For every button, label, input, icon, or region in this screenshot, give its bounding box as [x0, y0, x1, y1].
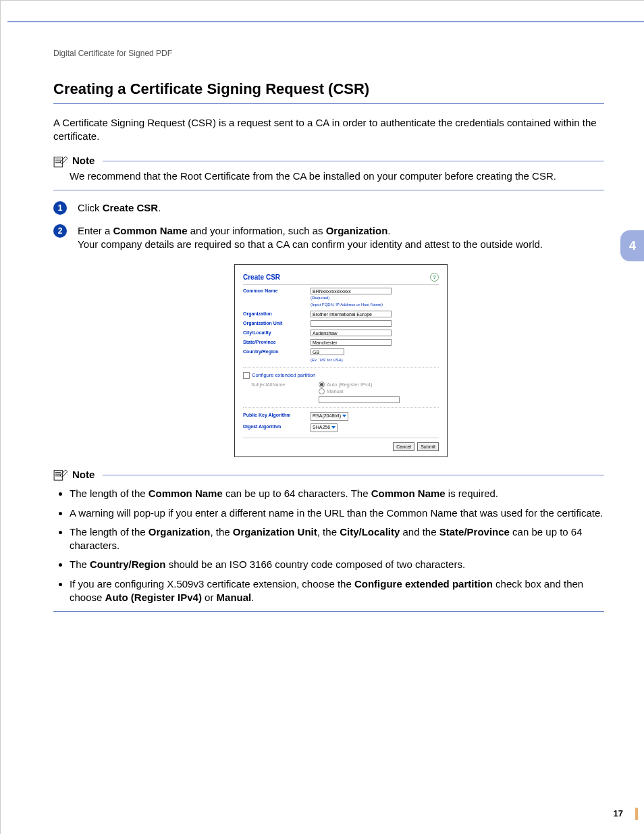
pka-label: Public Key Algorithm	[243, 412, 311, 418]
note-block-1: Note We recommend that the Root Certific…	[53, 154, 604, 190]
step1-post: .	[158, 202, 161, 213]
common-name-label: Common Name	[243, 288, 311, 294]
note-body: We recommend that the Root Certificate f…	[53, 170, 604, 183]
org-unit-input[interactable]	[311, 320, 392, 327]
common-name-input[interactable]: BRNxxxxxxxxxxxx	[311, 288, 392, 294]
page-title: Creating a Certificate Signing Request (…	[53, 79, 604, 104]
organization-label: Organization	[243, 311, 311, 317]
submit-button[interactable]: Submit	[417, 442, 439, 451]
ext-partition-label: Configure extended partition	[252, 372, 315, 378]
city-input[interactable]: Audenshaw	[311, 330, 392, 336]
digest-label: Digest Algorithm	[243, 423, 311, 429]
country-input[interactable]: GB	[311, 348, 344, 355]
bullet-3: The length of the Organization, the Orga…	[70, 525, 604, 553]
step2-b1: Common Name	[113, 225, 188, 236]
breadcrumb: Digital Certificate for Signed PDF	[53, 48, 604, 59]
content: Digital Certificate for Signed PDF Creat…	[1, 1, 644, 650]
page-number-bar	[635, 808, 638, 820]
note-rule	[103, 161, 604, 161]
san-label: SubjectAltName	[243, 382, 319, 388]
embedded-separator	[243, 367, 439, 368]
steps-list: Click Create CSR. Enter a Common Name an…	[53, 201, 604, 457]
svg-rect-0	[54, 157, 63, 166]
note2-bullets: The length of the Common Name can be up …	[53, 487, 604, 604]
step2-post: .	[387, 225, 390, 236]
common-name-hint2: (Input FQDN, IP Address or Host Name)	[311, 303, 383, 307]
note-rule	[103, 475, 604, 475]
ext-partition-checkbox[interactable]	[243, 372, 250, 379]
san-manual-input[interactable]	[319, 396, 400, 403]
bullet-1: The length of the Common Name can be up …	[70, 487, 604, 500]
bullet-5: If you are configuring X.509v3 certifica…	[70, 577, 604, 605]
city-label: City/Locality	[243, 330, 311, 336]
org-unit-label: Organization Unit	[243, 320, 311, 326]
embedded-separator-2	[243, 407, 439, 408]
note-icon	[53, 469, 68, 481]
note-label: Note	[72, 154, 95, 167]
top-rule	[7, 21, 644, 22]
step-1: Click Create CSR.	[53, 201, 604, 215]
san-manual-radio[interactable]	[319, 388, 325, 394]
embedded-title: Create CSR	[243, 273, 280, 282]
bullet-4: The Country/Region should be an ISO 3166…	[70, 558, 604, 571]
help-icon[interactable]: ?	[430, 273, 439, 282]
san-auto-radio[interactable]	[319, 382, 325, 388]
chapter-tab: 4	[620, 230, 644, 261]
common-name-hint1: (Required)	[311, 296, 329, 300]
note-bottom-rule	[53, 611, 604, 612]
country-hint: (Ex. 'US' for USA)	[311, 358, 343, 362]
organization-input[interactable]: Brother International Europe	[311, 311, 392, 317]
country-label: Country/Region	[243, 348, 311, 355]
note-bottom-rule	[53, 190, 604, 190]
page: Digital Certificate for Signed PDF Creat…	[0, 0, 644, 834]
state-label: State/Province	[243, 339, 311, 345]
state-input[interactable]: Manchester	[311, 339, 392, 346]
step2-mid: and your information, such as	[188, 225, 326, 236]
step2-b2: Organization	[326, 225, 388, 236]
note-icon	[53, 155, 68, 167]
note-label: Note	[72, 468, 95, 481]
step2-pre: Enter a	[78, 225, 113, 236]
san-manual-label: Manual	[327, 388, 344, 394]
page-number: 17	[614, 808, 623, 818]
bullet-2: A warning will pop-up if you enter a dif…	[70, 506, 604, 520]
step1-pre: Click	[78, 202, 103, 213]
svg-rect-4	[54, 471, 63, 480]
embedded-screenshot: Create CSR ? Common Name BRNxxxxxxxxxxxx…	[234, 264, 448, 457]
note-block-2: Note The length of the Common Name can b…	[53, 468, 604, 612]
step1-bold: Create CSR	[103, 202, 159, 213]
digest-select[interactable]: SHA256	[311, 423, 338, 432]
intro-text: A Certificate Signing Request (CSR) is a…	[53, 116, 604, 144]
step-2: Enter a Common Name and your information…	[53, 224, 604, 457]
san-auto-label: Auto (Register IPv4)	[327, 382, 373, 388]
pka-select[interactable]: RSA(2048bit)	[311, 412, 348, 421]
cancel-button[interactable]: Cancel	[393, 442, 414, 451]
step2-line2: Your company details are required so tha…	[78, 238, 543, 250]
